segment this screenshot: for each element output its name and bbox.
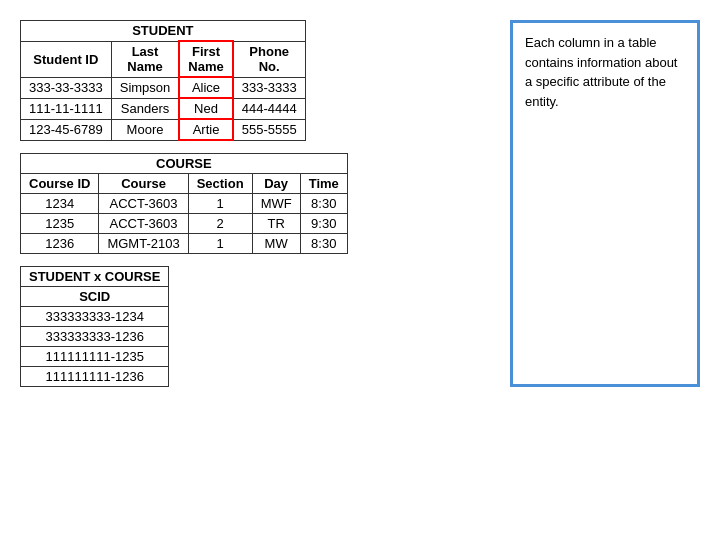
student-ph-3: 555-5555 [233,119,305,140]
cross-scid-1: 333333333-1234 [21,307,169,327]
student-row-2: 111-11-1111 Sanders Ned 444-4444 [21,98,306,119]
course-col-time: Time [300,174,347,194]
course-col-section: Section [188,174,252,194]
course-day-2: TR [252,214,300,234]
course-time-3: 8:30 [300,234,347,254]
student-row-1: 333-33-3333 Simpson Alice 333-3333 [21,77,306,98]
student-row-3: 123-45-6789 Moore Artie 555-5555 [21,119,306,140]
course-section-2: 2 [188,214,252,234]
course-row-3: 1236 MGMT-2103 1 MW 8:30 [21,234,348,254]
student-ph-2: 444-4444 [233,98,305,119]
student-table: STUDENT Student ID LastName FirstName Ph… [20,20,306,141]
course-name-3: MGMT-2103 [99,234,188,254]
course-id-3: 1236 [21,234,99,254]
course-col-id: Course ID [21,174,99,194]
course-time-1: 8:30 [300,194,347,214]
student-col-lastname: LastName [111,41,179,77]
course-section-1: 1 [188,194,252,214]
cross-row-4: 111111111-1236 [21,367,169,387]
info-box-text: Each column in a table contains informat… [525,35,677,109]
cross-scid-3: 111111111-1235 [21,347,169,367]
student-id-1: 333-33-3333 [21,77,112,98]
course-day-3: MW [252,234,300,254]
student-col-id: Student ID [21,41,112,77]
cross-row-1: 333333333-1234 [21,307,169,327]
cross-table-wrapper: STUDENT x COURSE SCID 333333333-1234 333… [20,266,494,387]
course-col-name: Course [99,174,188,194]
student-id-2: 111-11-1111 [21,98,112,119]
main-container: STUDENT Student ID LastName FirstName Ph… [0,0,720,407]
student-ln-1: Simpson [111,77,179,98]
cross-table-header: SCID [21,287,169,307]
course-col-day: Day [252,174,300,194]
info-box: Each column in a table contains informat… [510,20,700,387]
student-table-wrapper: STUDENT Student ID LastName FirstName Ph… [20,20,494,141]
student-fn-3: Artie [179,119,232,140]
student-ln-3: Moore [111,119,179,140]
course-table-title: COURSE [21,154,348,174]
course-row-2: 1235 ACCT-3603 2 TR 9:30 [21,214,348,234]
course-id-2: 1235 [21,214,99,234]
course-name-1: ACCT-3603 [99,194,188,214]
cross-scid-2: 333333333-1236 [21,327,169,347]
course-time-2: 9:30 [300,214,347,234]
cross-row-2: 333333333-1236 [21,327,169,347]
cross-scid-4: 111111111-1236 [21,367,169,387]
course-section-3: 1 [188,234,252,254]
student-col-firstname: FirstName [179,41,232,77]
student-fn-1: Alice [179,77,232,98]
cross-table: STUDENT x COURSE SCID 333333333-1234 333… [20,266,169,387]
course-row-1: 1234 ACCT-3603 1 MWF 8:30 [21,194,348,214]
student-fn-2: Ned [179,98,232,119]
student-table-title: STUDENT [21,21,306,42]
course-table-wrapper: COURSE Course ID Course Section Day Time… [20,153,494,254]
cross-row-3: 111111111-1235 [21,347,169,367]
cross-table-title: STUDENT x COURSE [21,267,169,287]
student-id-3: 123-45-6789 [21,119,112,140]
student-ln-2: Sanders [111,98,179,119]
course-day-1: MWF [252,194,300,214]
left-column: STUDENT Student ID LastName FirstName Ph… [20,20,494,387]
student-ph-1: 333-3333 [233,77,305,98]
course-id-1: 1234 [21,194,99,214]
course-table: COURSE Course ID Course Section Day Time… [20,153,348,254]
course-name-2: ACCT-3603 [99,214,188,234]
student-col-phone: PhoneNo. [233,41,305,77]
